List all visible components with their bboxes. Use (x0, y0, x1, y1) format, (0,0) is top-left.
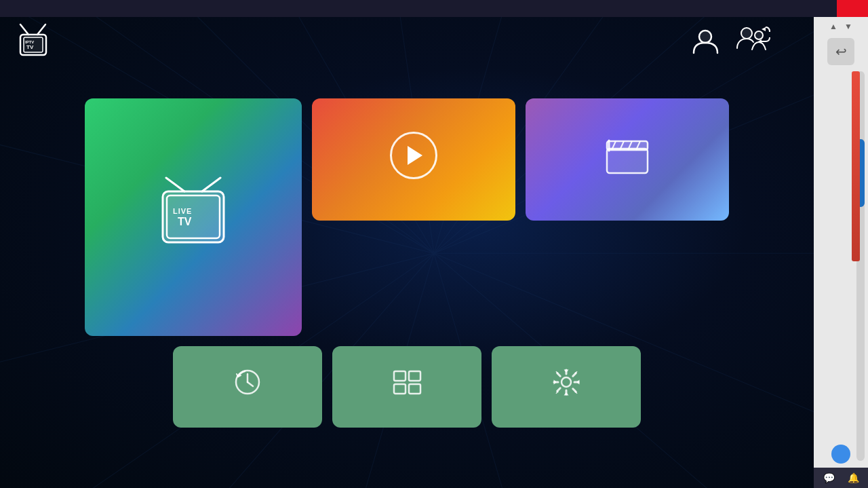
window-titlebar (0, 0, 868, 17)
live-tv-icon: LIVE TV (146, 174, 241, 249)
chat-icon[interactable]: 💬 (823, 472, 835, 483)
multiscreen-icon (392, 369, 422, 399)
header: IPTV TV (0, 17, 814, 64)
svg-point-25 (699, 31, 711, 43)
clapper-svg (604, 132, 651, 176)
header-right (661, 24, 800, 58)
movies-card[interactable] (312, 98, 515, 221)
footer (0, 461, 814, 488)
settings-card[interactable] (492, 346, 641, 428)
gear-svg (551, 367, 582, 398)
svg-rect-46 (394, 384, 406, 394)
go-back-icon: ↩ (827, 38, 854, 65)
catchup-svg (233, 367, 263, 398)
secondary-cards-row (173, 346, 641, 428)
series-card[interactable] (526, 98, 729, 221)
settings-icon (551, 367, 582, 400)
window-controls (774, 0, 868, 17)
svg-line-43 (248, 382, 253, 386)
svg-rect-45 (409, 371, 420, 381)
logo-text (58, 41, 61, 41)
arrow-down[interactable]: ▼ (842, 20, 855, 33)
bell-icon[interactable]: 🔔 (848, 472, 859, 483)
main-content: IPTV TV (0, 17, 814, 488)
svg-text:LIVE: LIVE (173, 207, 192, 215)
user-icon[interactable] (688, 24, 722, 58)
main-cards-row: LIVE TV (85, 98, 729, 336)
svg-text:TV: TV (178, 216, 192, 227)
svg-line-29 (202, 178, 220, 191)
go-back-button[interactable]: ↩ (827, 38, 854, 67)
catchup-icon (233, 367, 263, 400)
content-grid: LIVE TV (0, 64, 814, 461)
switch-user-button[interactable] (736, 24, 773, 58)
minimize-button[interactable] (774, 0, 806, 17)
user-svg (690, 26, 721, 56)
svg-point-27 (755, 31, 763, 39)
svg-line-20 (37, 24, 45, 35)
live-tv-svg: LIVE TV (149, 176, 237, 248)
svg-rect-34 (607, 149, 648, 173)
arrow-up[interactable]: ▲ (827, 20, 840, 33)
svg-rect-44 (394, 371, 406, 381)
about-button[interactable] (787, 37, 800, 44)
close-button[interactable] (837, 0, 868, 17)
red-accent-bar (852, 71, 860, 261)
svg-point-26 (741, 28, 752, 39)
svg-line-28 (166, 178, 184, 191)
logo-icon: IPTV TV (14, 21, 54, 61)
svg-text:TV: TV (26, 44, 34, 50)
clapperboard-icon (604, 132, 651, 179)
svg-line-19 (20, 24, 28, 35)
catchup-card[interactable] (173, 346, 322, 428)
tv-logo-icon: IPTV TV (14, 21, 54, 58)
restore-button[interactable] (806, 0, 837, 17)
svg-rect-31 (167, 195, 220, 238)
svg-rect-47 (409, 384, 420, 394)
play-circle-icon (390, 132, 437, 179)
play-triangle-icon (408, 146, 422, 165)
logo: IPTV TV (14, 21, 61, 61)
right-panel: ▲ ▼ ↩ 💬 🔔 (814, 17, 868, 488)
bottom-toolbar: 💬 🔔 (814, 468, 868, 488)
switch-user-svg (736, 24, 773, 58)
help-button[interactable] (831, 445, 850, 464)
multiscreen-svg (392, 369, 422, 396)
nav-arrows: ▲ ▼ (827, 20, 855, 33)
multiscreen-card[interactable] (332, 346, 481, 428)
svg-point-48 (561, 377, 571, 387)
live-tv-card[interactable]: LIVE TV (85, 98, 302, 336)
